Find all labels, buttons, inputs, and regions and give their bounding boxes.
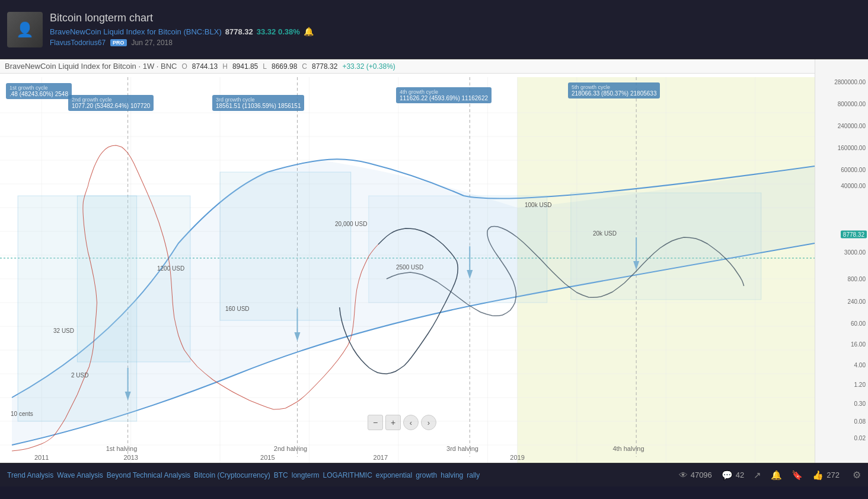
svg-text:2015: 2015 [260,454,275,461]
tag-rally[interactable]: rally [467,471,480,479]
nav-controls: − + ‹ › [368,415,436,430]
y-2800000: 2800000.00 [834,79,866,85]
chart-header: 👤 Bitcoin longterm chart BraveNewCoin Li… [0,0,868,59]
y-160000: 160000.00 [838,145,866,151]
svg-rect-35 [369,196,547,303]
tag-exponential[interactable]: exponential [376,471,412,479]
y-240000: 240000.00 [838,123,866,129]
y-800: 800.00 [847,276,866,282]
y-4: 4.00 [854,362,866,368]
y-16: 16.00 [851,341,866,348]
tags-bar: Trend Analysis Wave Analysis Beyond Tech… [0,463,868,487]
thumbs-up-icon: 👍 [812,470,824,481]
tag-bitcoin-crypto[interactable]: Bitcoin (Cryptocurrency) [194,471,270,479]
y-240: 240.00 [847,298,866,305]
zoom-in-button[interactable]: + [385,415,401,430]
price-100k: 100k USD [525,202,552,208]
high-val: 8941.85 [232,62,258,71]
notify-stat[interactable]: 🔔 [771,470,782,481]
price-2500usd: 2500 USD [396,264,423,271]
y-60000: 60000.00 [841,167,866,173]
svg-rect-34 [220,172,351,320]
svg-text:2019: 2019 [510,454,525,461]
tag-longterm[interactable]: longterm [292,471,320,479]
y-0-3: 0.30 [854,401,866,407]
y-800000: 800000.00 [838,101,866,107]
author-line: FlavusTodorius67 PRO Jun 27, 2018 [50,39,314,47]
index-link[interactable]: BraveNewCoin Liquid Index for Bitcoin (B… [50,27,222,36]
close-val: 8778.32 [312,62,337,71]
price-2usd: 2 USD [71,372,88,379]
cycle2-label: 2nd growth cycle 1077.20 (53482.64%) 107… [68,95,154,111]
svg-text:2011: 2011 [34,454,49,461]
price-10cents: 10 cents [11,411,33,417]
y-3000: 3000.00 [844,249,866,256]
y-current: 8778.32 [841,231,867,239]
low-val: 8669.98 [272,62,297,71]
svg-text:2013: 2013 [123,454,138,461]
chart-header-bar: BraveNewCoin Liquid Index for Bitcoin · … [0,59,815,74]
price-1200usd: 1200 USD [157,265,184,272]
cycle3-label: 3rd growth cycle 18561.51 (11036.59%) 18… [212,95,304,111]
halving1-label: 1st halving [98,445,145,452]
zoom-out-button[interactable]: − [368,415,383,430]
price-change: 33.32 0.38% [257,27,300,36]
y-40000: 40000.00 [841,183,866,189]
y-60: 60.00 [851,320,866,327]
next-button[interactable]: › [421,415,436,430]
tag-wave-analysis[interactable]: Wave Analysis [57,471,103,479]
chart-title: Bitcoin longterm chart [50,12,314,24]
author-name[interactable]: FlavusTodorius67 [50,39,106,47]
y-0-08: 0.08 [854,418,866,425]
y-axis: 2800000.00 800000.00 240000.00 160000.00… [815,59,868,463]
alert-icon[interactable]: 🔔 [304,27,314,36]
tag-trend-analysis[interactable]: Trend Analysis [7,471,53,479]
comment-icon: 💬 [722,470,733,481]
tag-logarithmic[interactable]: LOGARITHMIC [323,471,372,479]
price-20k: 20,000 USD [335,221,367,227]
bookmark-stat[interactable]: 🔖 [792,470,803,481]
views-count: 47096 [691,471,712,479]
pro-badge: PRO [110,39,127,46]
tag-halving[interactable]: halving [441,471,463,479]
open-val: 8744.13 [192,62,218,71]
halving3-label: 3rd halving [439,445,486,452]
chart-index-label: BraveNewCoin Liquid Index for Bitcoin · … [5,62,177,71]
price-32usd: 32 USD [53,328,74,334]
settings-button[interactable]: ⚙ [853,469,861,481]
halving2-label: 2nd halving [267,445,314,452]
halving4-label: 4th halving [605,445,652,452]
views-stat: 👁 47096 [679,470,712,480]
ohlc-change: +33.32 (+0.38%) [342,62,395,71]
publish-date: Jun 27, 2018 [132,39,173,47]
tag-growth[interactable]: growth [416,471,437,479]
price-value: 8778.32 [225,27,253,36]
y-0-02: 0.02 [854,435,866,441]
likes-stat[interactable]: 👍 272 [812,470,840,481]
eye-icon: 👁 [679,470,688,480]
tag-beyond-technical[interactable]: Beyond Technical Analysis [107,471,190,479]
author-avatar: 👤 [7,12,43,47]
bookmark-icon: 🔖 [792,470,803,481]
chart-main[interactable]: BraveNewCoin Liquid Index for Bitcoin · … [0,59,815,463]
price-160usd: 160 USD [225,306,250,312]
chart-wrapper: BraveNewCoin Liquid Index for Bitcoin · … [0,59,868,463]
tag-btc[interactable]: BTC [274,471,288,479]
svg-rect-36 [571,193,761,300]
svg-text:2017: 2017 [374,454,388,461]
prev-button[interactable]: ‹ [403,415,419,430]
header-info: Bitcoin longterm chart BraveNewCoin Liqu… [50,12,314,47]
comments-stat[interactable]: 💬 42 [722,470,744,481]
cycle1-label: 1st growth cycle .48 (48243.60%) 2548 [6,83,72,99]
share-icon: ↗ [754,470,761,481]
bell-icon: 🔔 [771,470,782,481]
share-stat[interactable]: ↗ [754,470,761,481]
comments-count: 42 [736,471,744,479]
price-20k2: 20k USD [593,230,617,237]
y-1-2: 1.20 [854,382,866,388]
cycle5-label: 5th growth cycle 218066.33 (850.37%) 218… [568,82,660,98]
cycle4-label: 4th growth cycle 111626.22 (4593.69%) 11… [396,87,492,103]
likes-count: 272 [826,471,840,479]
chart-subtitle: BraveNewCoin Liquid Index for Bitcoin (B… [50,27,314,36]
